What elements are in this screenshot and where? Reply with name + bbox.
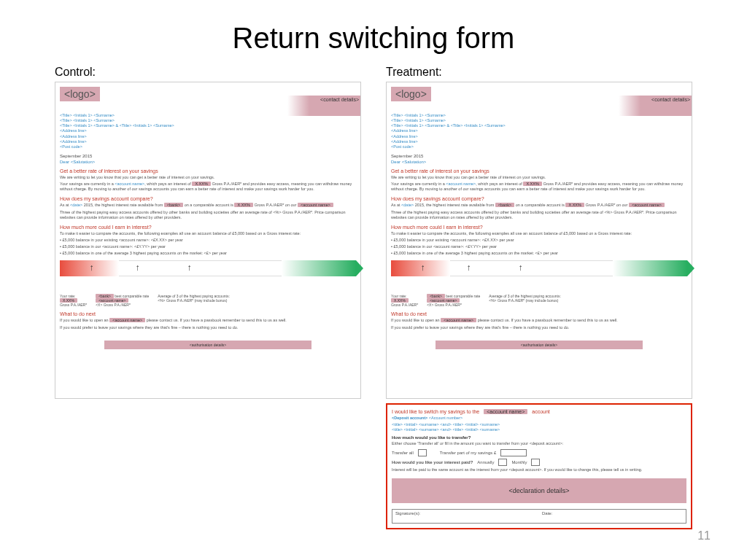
heading-1: Get a better rate of interest on your sa… bbox=[391, 168, 687, 174]
date-field[interactable]: Date: bbox=[539, 510, 686, 523]
logo-placeholder: <logo> bbox=[391, 87, 431, 101]
arrow-up-icon: ↑ bbox=[187, 262, 191, 273]
address-block: <Title> <Initials 1> <Surname> <Title> <… bbox=[391, 113, 687, 149]
para-2: Your savings are currently in a <account… bbox=[391, 182, 687, 192]
tear-heading: I would like to switch my savings to the… bbox=[392, 409, 686, 414]
q-interest-paid: How would you like your interest paid? bbox=[392, 460, 473, 464]
para-1: We are writing to let you know that you … bbox=[391, 175, 687, 180]
para-2: Your savings are currently in a <account… bbox=[60, 182, 356, 192]
address-block: <Title> <Initials 1> <Surname> <Title> <… bbox=[60, 113, 356, 149]
heading-4: What to do next bbox=[60, 311, 356, 316]
treatment-column: Treatment: <logo> <contact details> <Tit… bbox=[386, 66, 692, 529]
control-doc: <logo> <contact details> <Title> <Initia… bbox=[55, 82, 361, 399]
q-transfer-amount: How much would you like to transfer? bbox=[392, 435, 686, 440]
slide-title: Return switching form bbox=[0, 22, 747, 55]
comparison-labels: Your rate:X.XX%Gross P.A./AER* <bank> be… bbox=[60, 294, 356, 307]
para-4: Three of the highest paying easy access … bbox=[391, 210, 687, 220]
control-label: Control: bbox=[55, 66, 361, 79]
para-5: To make it easier to compare the account… bbox=[60, 231, 356, 236]
arrow-up-icon: ↑ bbox=[466, 262, 471, 273]
para-3: As at <date> 2015, the highest interest … bbox=[60, 203, 356, 208]
salutation: Dear <Salutation> bbox=[391, 160, 687, 164]
arrow-up-icon: ↑ bbox=[518, 262, 522, 273]
q-transfer-sub: Either choose 'Transfer all' or fill in … bbox=[392, 441, 686, 446]
interest-note: Interest will be paid to the same accoun… bbox=[392, 467, 686, 472]
opt-monthly-label: Monthly bbox=[511, 460, 527, 464]
tear-off-form: I would like to switch my savings to the… bbox=[386, 403, 692, 529]
signature-field[interactable]: Signature(s): bbox=[392, 510, 539, 523]
transfer-options-row: Transfer all Transfer part of my savings… bbox=[392, 449, 686, 456]
para-6: If you would like to open an <account na… bbox=[60, 318, 356, 323]
opt-annually-label: Annually bbox=[477, 460, 494, 464]
para-4: Three of the highest paying easy access … bbox=[60, 210, 356, 220]
para-7: If you would prefer to leave your saving… bbox=[60, 325, 356, 330]
signature-row: Signature(s): Date: bbox=[392, 509, 686, 524]
para-5: To make it easier to compare the account… bbox=[391, 231, 687, 236]
heading-2: How does my savings account compare? bbox=[391, 196, 687, 201]
heading-3: How much more could I earn in interest? bbox=[391, 225, 687, 230]
bullet-2: • £5,000 balance in our <account name>: … bbox=[391, 244, 687, 249]
footer-bar: <authorisation details> bbox=[104, 341, 311, 349]
para-6: If you would like to open an <account na… bbox=[391, 318, 687, 323]
heading-2: How does my savings account compare? bbox=[60, 196, 356, 201]
bullet-2: • £5,000 balance in our <account name>: … bbox=[60, 244, 356, 249]
arrow-up-icon: ↑ bbox=[421, 262, 425, 273]
checkbox-monthly[interactable] bbox=[531, 459, 540, 466]
checkbox-transfer-all[interactable] bbox=[418, 449, 427, 456]
para-3: As at <date> 2015, the highest interest … bbox=[391, 203, 687, 208]
bullet-1: • £5,000 balance in your existing <accou… bbox=[60, 238, 356, 243]
arrow-up-icon: ↑ bbox=[90, 262, 94, 273]
arrow-up-icon: ↑ bbox=[135, 262, 139, 273]
para-1: We are writing to let you know that you … bbox=[60, 175, 356, 180]
contact-placeholder: <contact details> bbox=[309, 96, 360, 116]
control-column: Control: <logo> <contact details> <Title… bbox=[55, 66, 361, 529]
comparison-spectrum: ↑↑↑ bbox=[391, 260, 687, 292]
footer-bar: <authorisation details> bbox=[436, 341, 643, 349]
para-7: If you would prefer to leave your saving… bbox=[391, 325, 687, 330]
treatment-doc: <logo> <contact details> <Title> <Initia… bbox=[386, 82, 692, 399]
opt-transfer-all-label: Transfer all bbox=[392, 451, 414, 455]
page-number: 11 bbox=[697, 529, 711, 542]
deposit-line: <Deposit account> <Account number> bbox=[392, 416, 686, 421]
bullet-3: • £5,000 balance in one of the average 3… bbox=[391, 251, 687, 256]
interest-options-row: How would you like your interest paid? A… bbox=[392, 459, 686, 466]
holder-names: <title> <initial> <surname> <and> <title… bbox=[392, 422, 686, 432]
declaration-box: <declaration details> bbox=[392, 478, 686, 503]
letter-date: September 2015 bbox=[391, 154, 687, 158]
heading-1: Get a better rate of interest on your sa… bbox=[60, 168, 356, 174]
comparison-spectrum: ↑↑↑ bbox=[60, 260, 356, 292]
bullet-3: • £5,000 balance in one of the average 3… bbox=[60, 251, 356, 256]
logo-placeholder: <logo> bbox=[60, 87, 100, 101]
heading-3: How much more could I earn in interest? bbox=[60, 225, 356, 230]
input-transfer-amount[interactable] bbox=[500, 449, 527, 456]
bullet-1: • £5,000 balance in your existing <accou… bbox=[391, 238, 687, 243]
salutation: Dear <Salutation> bbox=[60, 160, 356, 164]
treatment-label: Treatment: bbox=[386, 66, 692, 79]
letter-date: September 2015 bbox=[60, 154, 356, 158]
heading-4: What to do next bbox=[391, 311, 687, 316]
checkbox-annually[interactable] bbox=[498, 459, 507, 466]
opt-transfer-part-label: Transfer part of my savings £ bbox=[440, 451, 496, 455]
contact-placeholder: <contact details> bbox=[640, 96, 692, 116]
comparison-labels: Your rate:X.XX%Gross P.A./AER* <bank> be… bbox=[391, 294, 687, 307]
